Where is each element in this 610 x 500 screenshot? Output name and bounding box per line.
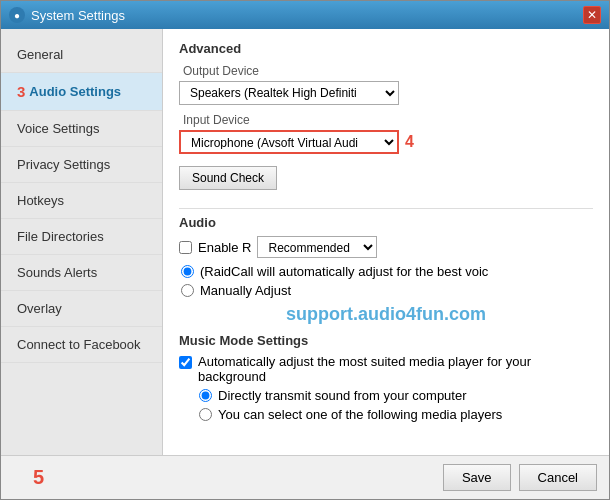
music-mode-title: Music Mode Settings xyxy=(179,333,593,348)
main-panel: Advanced Output Device Speakers (Realtek… xyxy=(163,29,609,455)
step5-badge: 5 xyxy=(33,466,44,489)
watermark-text: support.audio4fun.com xyxy=(179,304,593,325)
output-device-row: Speakers (Realtek High Definiti xyxy=(179,81,593,105)
sidebar-item-general[interactable]: General xyxy=(1,37,162,73)
title-bar-left: ● System Settings xyxy=(9,7,125,23)
select-media-players-radio[interactable] xyxy=(199,408,212,421)
auto-adjust-media-text: Automatically adjust the most suited med… xyxy=(198,354,593,384)
auto-adjust-media-checkbox[interactable] xyxy=(179,356,192,369)
sidebar: General 3 Audio Settings Voice Settings … xyxy=(1,29,163,455)
system-settings-window: ● System Settings ✕ General 3 Audio Sett… xyxy=(0,0,610,500)
sidebar-item-sound-alerts[interactable]: Sounds Alerts xyxy=(1,255,162,291)
close-button[interactable]: ✕ xyxy=(583,6,601,24)
directly-transmit-text: Directly transmit sound from your comput… xyxy=(218,388,467,403)
advanced-title: Advanced xyxy=(179,41,593,56)
sound-check-button[interactable]: Sound Check xyxy=(179,166,277,190)
sidebar-item-voice-settings[interactable]: Voice Settings xyxy=(1,111,162,147)
directly-transmit-radio[interactable] xyxy=(199,389,212,402)
manually-adjust-radio[interactable] xyxy=(181,284,194,297)
recommended-select[interactable]: Recommended xyxy=(257,236,377,258)
auto-adjust-media-row: Automatically adjust the most suited med… xyxy=(179,354,593,384)
input-device-row: Microphone (Avsoft Virtual Audi 4 xyxy=(179,130,593,154)
manually-adjust-label: Manually Adjust xyxy=(200,283,291,298)
output-device-select[interactable]: Speakers (Realtek High Definiti xyxy=(179,81,399,105)
directly-transmit-row: Directly transmit sound from your comput… xyxy=(199,388,593,403)
select-media-players-text: You can select one of the following medi… xyxy=(218,407,502,422)
cancel-button[interactable]: Cancel xyxy=(519,464,597,491)
sidebar-item-audio-settings[interactable]: 3 Audio Settings xyxy=(1,73,162,111)
input-device-select[interactable]: Microphone (Avsoft Virtual Audi xyxy=(179,130,399,154)
step4-badge: 4 xyxy=(405,133,414,151)
sidebar-item-overlay[interactable]: Overlay xyxy=(1,291,162,327)
app-icon: ● xyxy=(9,7,25,23)
enable-r-row: Enable R Recommended xyxy=(179,236,593,258)
auto-adjust-row: (RaidCall will automatically adjust for … xyxy=(181,264,593,279)
manually-adjust-row: Manually Adjust xyxy=(181,283,593,298)
auto-adjust-text: (RaidCall will automatically adjust for … xyxy=(200,264,488,279)
sidebar-item-file-directories[interactable]: File Directories xyxy=(1,219,162,255)
enable-r-checkbox[interactable] xyxy=(179,241,192,254)
output-device-label: Output Device xyxy=(183,64,593,78)
audio-section: Audio Enable R Recommended (RaidCall wil… xyxy=(179,208,593,298)
auto-adjust-radio[interactable] xyxy=(181,265,194,278)
sidebar-item-privacy-settings[interactable]: Privacy Settings xyxy=(1,147,162,183)
audio-title: Audio xyxy=(179,208,593,230)
enable-r-label: Enable R xyxy=(198,240,251,255)
title-bar: ● System Settings ✕ xyxy=(1,1,609,29)
window-title: System Settings xyxy=(31,8,125,23)
save-button[interactable]: Save xyxy=(443,464,511,491)
select-media-players-row: You can select one of the following medi… xyxy=(199,407,593,422)
bottom-bar: 5 Save Cancel xyxy=(1,455,609,499)
input-device-label: Input Device xyxy=(183,113,593,127)
sidebar-item-hotkeys[interactable]: Hotkeys xyxy=(1,183,162,219)
content-area: General 3 Audio Settings Voice Settings … xyxy=(1,29,609,455)
sidebar-item-connect-facebook[interactable]: Connect to Facebook xyxy=(1,327,162,363)
step3-badge: 3 xyxy=(17,83,25,100)
